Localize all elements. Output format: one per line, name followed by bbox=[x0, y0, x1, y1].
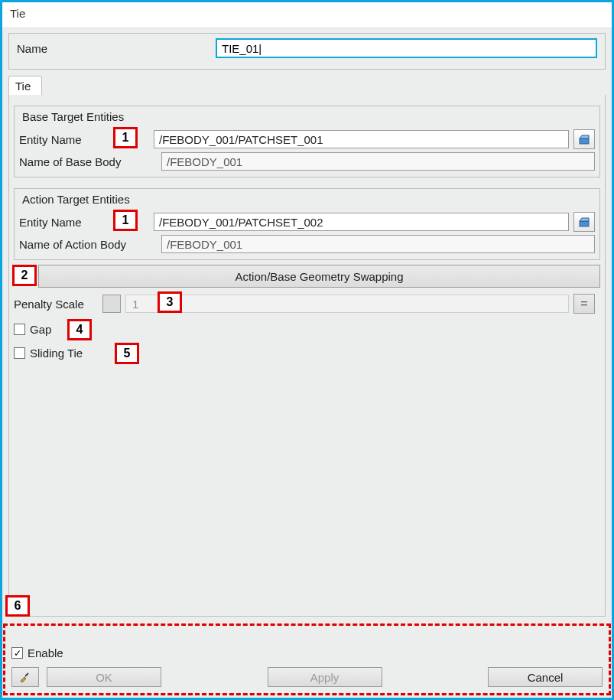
callout-1b: 1 bbox=[113, 210, 138, 231]
tab-tie[interactable]: Tie bbox=[8, 76, 42, 96]
cancel-label: Cancel bbox=[528, 671, 564, 684]
tab-panel: Base Target Entities Entity Name 1 Name … bbox=[8, 95, 606, 617]
svg-rect-2 bbox=[580, 221, 589, 226]
penalty-row: Penalty Scale = 3 bbox=[14, 294, 600, 314]
fieldset-base: Base Target Entities Entity Name 1 Name … bbox=[14, 106, 600, 177]
action-body-input bbox=[161, 235, 595, 253]
name-row: Name bbox=[8, 33, 606, 70]
callout-2: 2 bbox=[12, 265, 37, 286]
base-entity-input[interactable] bbox=[154, 130, 569, 148]
callout-5: 5 bbox=[115, 343, 139, 364]
action-body-label: Name of Action Body bbox=[19, 238, 157, 251]
base-entity-row: Entity Name 1 bbox=[19, 129, 595, 149]
ok-label: OK bbox=[96, 671, 112, 684]
options-button[interactable] bbox=[11, 667, 39, 687]
enable-row: Enable bbox=[8, 646, 606, 659]
action-body-row: Name of Action Body bbox=[19, 235, 595, 253]
sliding-row: Sliding Tie 5 bbox=[14, 347, 600, 360]
dialog-window: Tie Name Tie Base Target Entities Entity… bbox=[0, 0, 614, 700]
gap-checkbox[interactable] bbox=[14, 324, 25, 335]
fieldset-action: Action Target Entities Entity Name 1 Nam… bbox=[14, 188, 600, 260]
cancel-button[interactable]: Cancel bbox=[488, 667, 603, 687]
base-body-input bbox=[161, 152, 595, 171]
apply-label: Apply bbox=[310, 671, 339, 684]
ok-button[interactable]: OK bbox=[47, 667, 161, 687]
svg-rect-0 bbox=[580, 138, 589, 144]
dialog-body: Name Tie Base Target Entities Entity Nam… bbox=[2, 28, 612, 698]
swap-button[interactable]: Action/Base Geometry Swapping bbox=[38, 265, 600, 288]
action-entity-input[interactable] bbox=[154, 213, 569, 231]
legend-base: Base Target Entities bbox=[19, 110, 127, 123]
callout-3: 3 bbox=[158, 291, 182, 313]
apply-button[interactable]: Apply bbox=[268, 667, 382, 687]
base-body-label: Name of Base Body bbox=[19, 155, 157, 168]
brush-icon bbox=[18, 670, 32, 684]
sliding-label: Sliding Tie bbox=[30, 347, 83, 360]
bottom-bar: Enable OK Apply Cancel bbox=[8, 646, 606, 687]
action-entity-pick-button[interactable] bbox=[573, 212, 595, 232]
svg-marker-3 bbox=[580, 218, 589, 221]
button-row: OK Apply Cancel bbox=[8, 667, 606, 687]
svg-marker-1 bbox=[580, 135, 589, 138]
base-body-row: Name of Base Body bbox=[19, 152, 595, 171]
tab-label: Tie bbox=[15, 80, 31, 93]
tab-strip: Tie bbox=[8, 76, 606, 96]
enable-checkbox[interactable] bbox=[11, 647, 23, 659]
callout-4: 4 bbox=[67, 319, 92, 340]
gap-row: Gap 4 bbox=[14, 323, 600, 336]
name-input[interactable] bbox=[216, 38, 597, 58]
base-entity-pick-button[interactable] bbox=[573, 129, 595, 149]
gap-label: Gap bbox=[30, 323, 51, 336]
pick-icon bbox=[578, 216, 590, 228]
penalty-toggle[interactable] bbox=[102, 295, 121, 313]
penalty-input[interactable] bbox=[125, 295, 569, 313]
equals-icon: = bbox=[580, 297, 587, 311]
sliding-checkbox[interactable] bbox=[14, 347, 25, 359]
callout-6: 6 bbox=[5, 595, 30, 617]
pick-icon bbox=[578, 133, 590, 145]
penalty-eq-button[interactable]: = bbox=[573, 294, 595, 314]
legend-action: Action Target Entities bbox=[19, 193, 133, 206]
penalty-label: Penalty Scale bbox=[14, 298, 98, 311]
enable-label: Enable bbox=[28, 646, 63, 659]
action-entity-row: Entity Name 1 bbox=[19, 212, 595, 232]
callout-1a: 1 bbox=[113, 127, 138, 148]
title-bar: Tie bbox=[2, 2, 612, 28]
swap-label: Action/Base Geometry Swapping bbox=[235, 270, 403, 283]
name-label: Name bbox=[17, 42, 208, 55]
window-title: Tie bbox=[10, 7, 25, 20]
